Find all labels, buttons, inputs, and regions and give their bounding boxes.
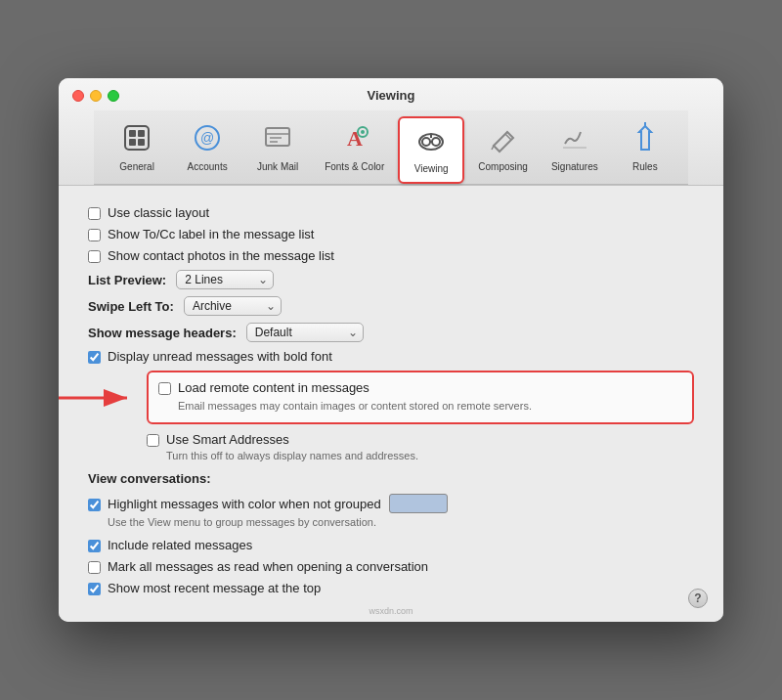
contact-photos-row: Show contact photos in the message list (88, 248, 694, 263)
svg-line-20 (492, 146, 494, 150)
smart-addresses-checkbox[interactable] (147, 434, 159, 447)
most-recent-checkbox[interactable] (88, 583, 101, 595)
load-remote-row: Load remote content in messages (158, 380, 682, 395)
classic-layout-label: Use classic layout (108, 205, 209, 220)
highlight-color-checkbox[interactable] (88, 499, 101, 511)
arrow-indicator (59, 384, 142, 416)
mark-as-read-label: Mark all messages as read when opening a… (108, 559, 428, 574)
tocc-label-label: Show To/Cc label in the message list (108, 227, 314, 241)
smart-addresses-subtext: Turn this off to always display names an… (166, 449, 694, 463)
contact-photos-label: Show contact photos in the message list (108, 248, 334, 263)
svg-rect-0 (125, 126, 149, 150)
junk-mail-label: Junk Mail (257, 161, 298, 172)
highlight-color-label: Highlight messages with color when not g… (108, 497, 381, 511)
display-bold-row: Display unread messages with bold font (88, 349, 694, 364)
toolbar-item-junk-mail[interactable]: Junk Mail (244, 116, 311, 184)
most-recent-row: Show most recent message at the top (88, 581, 694, 595)
rules-icon (630, 122, 661, 158)
fonts-color-icon: A (339, 122, 370, 158)
composing-icon (488, 122, 519, 158)
svg-point-16 (432, 138, 440, 146)
fonts-color-label: Fonts & Color (325, 161, 384, 172)
toolbar-item-viewing[interactable]: Viewing (398, 116, 464, 184)
list-preview-select-wrapper: 2 Lines Off 1 Line 3 Lines 4 Lines 5 Lin… (176, 270, 274, 289)
toolbar-item-rules[interactable]: Rules (612, 116, 678, 184)
display-bold-label: Display unread messages with bold font (108, 349, 332, 364)
junk-mail-icon (262, 122, 293, 158)
help-button[interactable]: ? (688, 589, 708, 608)
window-title: Viewing (368, 88, 415, 103)
swipe-left-row: Swipe Left To: Archive Delete Move to...… (88, 296, 694, 316)
toolbar: General @ Accounts (94, 110, 688, 185)
message-headers-label: Show message headers: (88, 326, 237, 340)
preferences-window: Viewing General (59, 78, 723, 621)
svg-rect-1 (129, 130, 136, 137)
list-preview-row: List Preview: 2 Lines Off 1 Line 3 Lines… (88, 270, 694, 289)
svg-point-13 (361, 130, 365, 134)
include-related-label: Include related messages (108, 538, 252, 552)
tocc-label-row: Show To/Cc label in the message list (88, 227, 694, 241)
message-headers-select-wrapper: Default Custom All (246, 323, 364, 342)
viewing-icon (415, 124, 447, 160)
minimize-button[interactable] (90, 90, 102, 102)
most-recent-label: Show most recent message at the top (108, 581, 321, 595)
smart-addresses-container: Use Smart Addresses Turn this off to alw… (147, 432, 694, 463)
mark-as-read-checkbox[interactable] (88, 561, 101, 574)
color-swatch[interactable] (389, 494, 448, 513)
load-remote-container: Load remote content in messages Email me… (147, 371, 694, 423)
rules-label: Rules (632, 161, 658, 172)
display-bold-checkbox[interactable] (88, 351, 101, 364)
toolbar-item-composing[interactable]: Composing (468, 116, 538, 184)
smart-addresses-row: Use Smart Addresses (147, 432, 694, 447)
highlight-color-row: Highlight messages with color when not g… (88, 494, 694, 513)
composing-label: Composing (478, 161, 528, 172)
list-preview-label: List Preview: (88, 273, 166, 287)
svg-rect-2 (129, 139, 136, 146)
general-icon (121, 122, 152, 158)
general-label: General (119, 161, 154, 172)
message-headers-row: Show message headers: Default Custom All (88, 323, 694, 342)
include-related-checkbox[interactable] (88, 540, 101, 552)
svg-rect-7 (266, 128, 289, 146)
watermark: wsxdn.com (369, 606, 413, 616)
swipe-left-select[interactable]: Archive Delete Move to... Disable (184, 296, 282, 316)
maximize-button[interactable] (108, 90, 119, 102)
accounts-icon: @ (192, 122, 223, 158)
smart-addresses-label: Use Smart Addresses (166, 432, 289, 447)
load-remote-label: Load remote content in messages (178, 380, 369, 395)
signatures-label: Signatures (551, 161, 598, 172)
traffic-lights (72, 90, 119, 102)
toolbar-item-general[interactable]: General (104, 116, 170, 184)
view-menu-text: Use the View menu to group messages by c… (108, 515, 694, 530)
swipe-left-select-wrapper: Archive Delete Move to... Disable (184, 296, 282, 316)
conversations-title: View conversations: (88, 471, 694, 486)
svg-text:A: A (347, 126, 363, 151)
load-remote-checkbox[interactable] (158, 382, 171, 395)
include-related-row: Include related messages (88, 538, 694, 552)
swipe-left-label: Swipe Left To: (88, 299, 174, 314)
classic-layout-checkbox[interactable] (88, 207, 101, 220)
contact-photos-checkbox[interactable] (88, 250, 101, 263)
viewing-label: Viewing (414, 163, 449, 174)
svg-text:@: @ (200, 130, 214, 146)
toolbar-item-fonts-color[interactable]: A Fonts & Color (315, 116, 394, 184)
title-bar: Viewing General (59, 78, 723, 186)
svg-marker-22 (639, 126, 651, 150)
accounts-label: Accounts (188, 161, 228, 172)
tocc-label-checkbox[interactable] (88, 229, 101, 241)
message-headers-select[interactable]: Default Custom All (246, 323, 364, 342)
toolbar-item-accounts[interactable]: @ Accounts (174, 116, 240, 184)
svg-point-15 (422, 138, 430, 146)
content-area: Use classic layout Show To/Cc label in t… (59, 186, 723, 621)
svg-rect-3 (138, 130, 145, 137)
toolbar-item-signatures[interactable]: Signatures (542, 116, 608, 184)
close-button[interactable] (72, 90, 84, 102)
list-preview-select[interactable]: 2 Lines Off 1 Line 3 Lines 4 Lines 5 Lin… (176, 270, 274, 289)
classic-layout-row: Use classic layout (88, 205, 694, 220)
load-remote-box: Load remote content in messages Email me… (147, 371, 694, 423)
load-remote-subtext: Email messages may contain images or con… (178, 399, 682, 414)
mark-as-read-row: Mark all messages as read when opening a… (88, 559, 694, 574)
svg-rect-4 (138, 139, 145, 146)
signatures-icon (559, 122, 590, 158)
